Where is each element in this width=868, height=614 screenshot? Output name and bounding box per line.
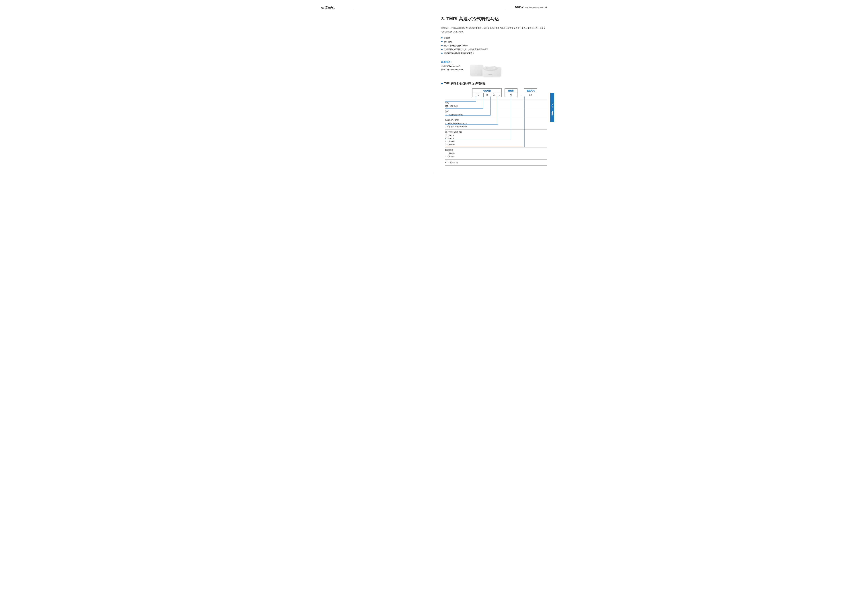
code-table-wire: 配线代码 XX [524,89,537,97]
feature-item: 大中空轴 [441,40,547,44]
brand-logo: HIWIN [325,5,335,8]
explain-desc: F：150mm [445,143,547,146]
coding-subhead: TMRI 高速水冷式转矩马达 编码说明 [441,82,547,85]
code-cell: A [491,93,497,96]
feature-item: 可搭配弱磁控制满足更高转速需求 [441,51,547,55]
explain-row: 型式 RI：高速定转子系列 [445,109,547,118]
explain-label: 系列 [445,101,547,104]
explain-row: 其它需求 ：标准件 C：客制件 [445,148,547,159]
coding-diagram: 马达规格 TM RI A 5 选配件 C [445,89,547,166]
header-left: 30 HIWIN MR99TS01-1800 [321,5,354,10]
explain-desc: ：标准件 [445,152,547,155]
doc-subtitle: Torque Motor (Direct Drive Motor) [524,7,543,8]
code-cell: 5 [497,93,502,96]
square-bullet-icon [441,83,443,84]
explain-desc: C：客制件 [445,155,547,158]
explain-row: 转子(磁铁)高度代码 5：50mm 7：70mm A：100mm F：150mm [445,129,547,148]
feature-item: 最大瞬间转矩可达5300Nm [441,44,547,48]
explain-desc: A：100mm [445,140,547,143]
code-cell: C [505,93,518,96]
col-header: 配线代码 [524,89,537,93]
doc-code: MR99TS01-1800 [325,8,335,9]
explain-desc: 5：50mm [445,134,547,137]
explain-desc: XX：配线代码 [445,161,547,164]
application-heading: 应用范例： [441,60,463,64]
feature-item: 定转子同心校正固定出货，安装简易无须重新校正 [441,48,547,51]
explain-desc: A：矽钢片外径Φ360mm [445,122,547,125]
explain-desc: G：矽钢片外径Φ530mm [445,125,547,128]
explain-desc: 7：70mm [445,137,547,140]
side-tab: TMRI 高速水冷式转矩马达 [550,93,554,122]
coding-subhead-text: TMRI 高速水冷式转矩马达 编码说明 [444,82,485,85]
col-header: 马达规格 [473,89,502,93]
section-title: 3. TMRI 高速水冷式转矩马达 [441,16,547,22]
explain-desc: TM：转矩马达 [445,104,547,107]
col-header: 选配件 [505,89,518,93]
application-line: 工具机(Machine tool) [441,64,463,68]
brand-logo: HIWIN [515,5,524,9]
explain-row: 系列 TM：转矩马达 [445,100,547,109]
explain-row: 矽钢片尺寸代码 A：矽钢片外径Φ360mm G：矽钢片外径Φ530mm [445,118,547,129]
explain-label: 矽钢片尺寸代码 [445,119,547,122]
code-cell: TM [473,93,484,96]
explain-row: XX：配线代码 [445,159,547,166]
code-dash: - [521,89,521,96]
code-table-spec: 马达规格 TM RI A 5 [472,89,502,97]
code-table-opt: 选配件 C [505,89,518,97]
code-explain: 系列 TM：转矩马达 型式 RI：高速定转子系列 矽钢片尺寸代码 A：矽钢片外径… [445,100,547,166]
explain-label: 型式 [445,110,547,113]
page-number-left: 30 [321,7,324,9]
feature-item: 水冷式 [441,36,547,40]
explain-label: 其它需求 [445,149,547,152]
header-right: HIWIN Torque Motor (Direct Drive Motor) … [505,5,547,9]
page-number-right: 31 [544,6,547,9]
rotary-table-illustration: HIWIN [469,60,502,76]
explain-desc: RI：高速定转子系列 [445,113,547,117]
feature-list: 水冷式 大中空轴 最大瞬间转矩可达5300Nm 定转子同心校正固定出货，安装简易… [441,36,547,55]
code-cell: XX [524,93,537,96]
section-lead: 特殊设计，可搭配弱磁控制达到极高转速需求，同时适用各种需要大输出且精准定位之工业… [441,26,547,33]
explain-label: 转子(磁铁)高度代码 [445,131,547,134]
illus-brand-label: HIWIN [488,74,492,75]
code-cell: RI [484,93,491,96]
application-line: 回转工作台(Rotary table) [441,68,463,71]
